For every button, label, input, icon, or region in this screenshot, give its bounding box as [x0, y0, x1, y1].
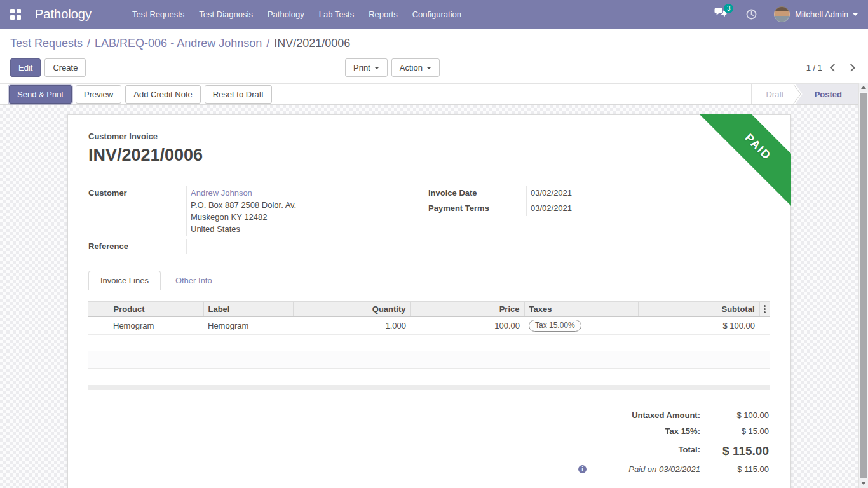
tax-row: Tax 15%: $ 15.00: [578, 423, 769, 439]
app-brand[interactable]: Pathology: [35, 7, 92, 22]
column-quantity[interactable]: Quantity: [293, 302, 410, 317]
action-dropdown-button[interactable]: Action: [391, 58, 440, 77]
tab-invoice-lines[interactable]: Invoice Lines: [88, 271, 161, 290]
paid-note: Paid on 03/02/2021: [591, 464, 705, 474]
menu-test-requests[interactable]: Test Requests: [131, 6, 186, 23]
breadcrumb-lab-req[interactable]: LAB/REQ-006 - Andrew Johnson: [95, 37, 262, 50]
handle-column-header: [88, 302, 109, 317]
print-label: Print: [353, 63, 370, 72]
breadcrumb: Test Requests / LAB/REQ-006 - Andrew Joh…: [10, 36, 858, 50]
messages-icon[interactable]: 3: [714, 8, 728, 21]
column-product[interactable]: Product: [109, 302, 203, 317]
invoice-date-value: 03/02/2021: [526, 186, 769, 201]
edit-button[interactable]: Edit: [10, 58, 41, 77]
status-step-posted[interactable]: Posted: [796, 84, 858, 104]
customer-address-line: United States: [191, 223, 409, 235]
pager-previous-icon[interactable]: [830, 64, 838, 72]
customer-link[interactable]: Andrew Johnson: [191, 187, 409, 199]
untaxed-row: Untaxed Amount: $ 100.00: [578, 407, 769, 423]
total-value: $ 115.00: [705, 442, 769, 458]
column-label[interactable]: Label: [203, 302, 293, 317]
breadcrumb-test-requests[interactable]: Test Requests: [10, 37, 83, 50]
scrollbar-up-icon[interactable]: [859, 83, 868, 92]
cell-taxes: Tax 15.00%: [524, 317, 638, 335]
customer-address-line: Muskegon KY 12482: [191, 211, 409, 223]
menu-lab-tests[interactable]: Lab Tests: [318, 6, 355, 23]
breadcrumb-separator: /: [266, 37, 269, 50]
menu-reports[interactable]: Reports: [367, 6, 399, 23]
vertical-scrollbar[interactable]: [858, 83, 868, 488]
cell-optional: [759, 317, 770, 335]
left-field-group: Customer Andrew Johnson P.O. Box 887 250…: [88, 186, 409, 254]
pager-value[interactable]: 1 / 1: [806, 63, 822, 72]
amount-due-row: Amount Due: $ 0.00: [578, 483, 769, 488]
send-print-button[interactable]: Send & Print: [9, 85, 72, 104]
pager-next-icon[interactable]: [847, 64, 855, 72]
form-content: PAID Customer Invoice INV/2021/0006 Cust…: [0, 105, 858, 488]
right-field-group: Invoice Date 03/02/2021 Payment Terms 03…: [428, 186, 769, 254]
customer-address-line: P.O. Box 887 2508 Dolor. Av.: [191, 199, 409, 211]
statusbar: Send & Print Preview Add Credit Note Res…: [0, 83, 858, 105]
reference-value: [186, 239, 409, 254]
paid-amount-value: $ 115.00: [705, 464, 769, 474]
notebook-tabs: Invoice Lines Other Info: [88, 271, 769, 290]
top-navbar: Pathology Test Requests Test Diagnosis P…: [0, 0, 868, 29]
activities-clock-icon[interactable]: [746, 9, 757, 20]
menu-test-diagnosis[interactable]: Test Diagnosis: [198, 6, 254, 23]
amount-due-value: $ 0.00: [705, 485, 769, 488]
user-menu[interactable]: Mitchell Admin: [795, 10, 848, 19]
status-step-draft[interactable]: Draft: [751, 84, 795, 104]
user-avatar[interactable]: [774, 6, 790, 22]
cell-label: Hemogram: [203, 317, 293, 335]
customer-label: Customer: [88, 186, 186, 236]
systray: 3 Mitchell Admin: [714, 6, 858, 22]
reference-label: Reference: [88, 239, 186, 254]
column-price[interactable]: Price: [410, 302, 524, 317]
payment-info-icon[interactable]: i: [578, 465, 587, 473]
table-footer-band: [88, 385, 770, 390]
optional-columns-header: [759, 302, 770, 317]
action-label: Action: [400, 63, 423, 72]
untaxed-amount-label: Untaxed Amount:: [591, 410, 705, 420]
status-steps: Draft Posted: [751, 84, 858, 104]
create-button[interactable]: Create: [44, 58, 86, 77]
scrollbar-down-icon[interactable]: [859, 478, 868, 488]
cell-subtotal: $ 100.00: [638, 317, 759, 335]
table-row[interactable]: Hemogram Hemogram 1.000 100.00 Tax 15.00…: [88, 317, 770, 335]
reset-to-draft-button[interactable]: Reset to Draft: [205, 85, 272, 104]
invoice-lines-table: Product Label Quantity Price Taxes Subto…: [88, 301, 770, 390]
apps-menu-icon[interactable]: [10, 9, 21, 20]
chevron-down-icon: [374, 67, 379, 69]
table-header-row: Product Label Quantity Price Taxes Subto…: [88, 302, 770, 317]
payment-info-row: i Paid on 03/02/2021 $ 115.00: [578, 460, 769, 478]
print-dropdown-button[interactable]: Print: [345, 58, 388, 77]
column-taxes[interactable]: Taxes: [524, 302, 638, 317]
document-type-label: Customer Invoice: [88, 132, 769, 141]
empty-row-striped: [88, 351, 770, 369]
total-row: Total: $ 115.00: [578, 439, 769, 460]
tax-label: Tax 15%:: [591, 426, 705, 436]
preview-button[interactable]: Preview: [76, 85, 121, 104]
menu-pathology[interactable]: Pathology: [266, 6, 306, 23]
row-handle-cell: [88, 317, 109, 335]
scrollbar-thumb[interactable]: [860, 93, 867, 478]
tab-other-info[interactable]: Other Info: [161, 271, 227, 290]
menu-configuration[interactable]: Configuration: [411, 6, 463, 23]
column-subtotal[interactable]: Subtotal: [638, 302, 759, 317]
optional-columns-toggle-icon[interactable]: [764, 305, 766, 313]
untaxed-amount-value: $ 100.00: [705, 410, 769, 420]
invoice-totals: Untaxed Amount: $ 100.00 Tax 15%: $ 15.0…: [578, 407, 769, 488]
invoice-date-label: Invoice Date: [428, 186, 526, 201]
payment-terms-value: 03/02/2021: [526, 201, 769, 216]
empty-row: [88, 369, 770, 385]
add-credit-note-button[interactable]: Add Credit Note: [125, 85, 201, 104]
cell-quantity: 1.000: [293, 317, 410, 335]
customer-value: Andrew Johnson P.O. Box 887 2508 Dolor. …: [186, 186, 409, 236]
control-panel-buttons: Edit Create Print Action 1 / 1: [10, 58, 858, 77]
total-label: Total:: [591, 445, 705, 454]
tax-badge: Tax 15.00%: [529, 320, 581, 332]
breadcrumb-separator: /: [87, 37, 90, 50]
empty-row: [88, 335, 770, 351]
cell-price: 100.00: [410, 317, 524, 335]
payment-terms-label: Payment Terms: [428, 201, 526, 216]
